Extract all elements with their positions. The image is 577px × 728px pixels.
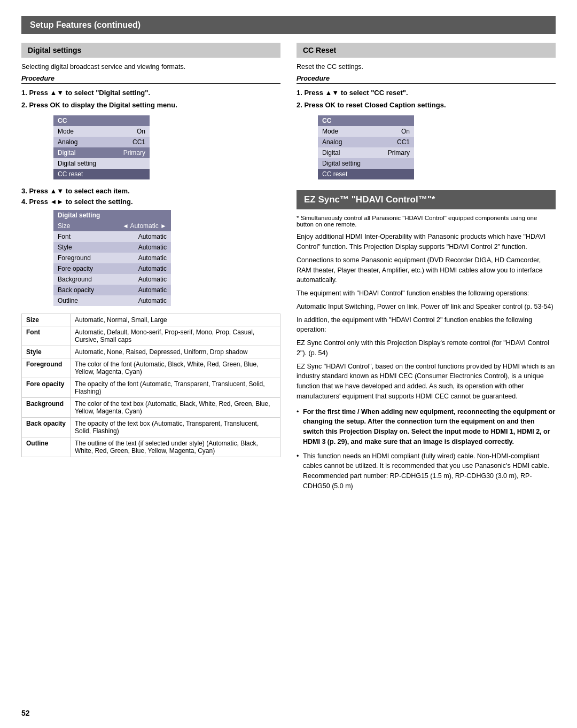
cc-reset-row-digital-setting: Digital setting xyxy=(318,158,414,169)
ds-row-style: Style Automatic xyxy=(53,242,171,253)
digital-step-4: 4. Press ◄► to select the setting. xyxy=(21,198,280,206)
cc-menu-row-digital-setting: Digital setting xyxy=(53,158,150,169)
ds-row-outline: Outline Automatic xyxy=(53,295,171,306)
ds-row-back-opacity: Back opacity Automatic xyxy=(53,285,171,295)
cc-reset-step-2: 2. Press OK to reset Closed Caption sett… xyxy=(297,100,556,110)
procedure-label-cc-reset: Procedure xyxy=(297,75,556,84)
cc-menu-row-digital: Digital Primary xyxy=(53,147,150,158)
cc-reset-row-digital: Digital Primary xyxy=(318,147,414,158)
ez-sync-bullets: For the first time / When adding new equ… xyxy=(297,407,556,491)
setup-header-text: Setup Features (continued) xyxy=(30,20,141,29)
desc-row-background: Background The color of the text box (Au… xyxy=(22,398,280,418)
cc-menu-container: CC Mode On Analog CC1 Digital Primary xyxy=(53,115,280,179)
ez-sync-body-5: In addition, the equipment with "HDAVI C… xyxy=(297,315,556,335)
ez-sync-body-1: Enjoy additional HDMI Inter-Operability … xyxy=(297,232,556,252)
cc-menu-row-analog: Analog CC1 xyxy=(53,137,150,147)
digital-steps: 1. Press ▲▼ to select "Digital setting".… xyxy=(21,88,280,110)
ez-sync-footnote: * Simultaneously control all Panasonic "… xyxy=(297,215,556,228)
cc-reset-row-cc-reset: CC reset xyxy=(318,169,414,179)
ez-sync-body-7: EZ Sync "HDAVI Control", based on the co… xyxy=(297,362,556,402)
cc-menu-header: CC xyxy=(53,115,150,126)
cc-menu-row-mode: Mode On xyxy=(53,126,150,137)
ds-row-size: Size ◄ Automatic ► xyxy=(53,221,171,231)
setup-header: Setup Features (continued) xyxy=(21,16,556,34)
bullet-item-1: For the first time / When adding new equ… xyxy=(297,407,556,447)
bullet-item-2: This function needs an HDMI compliant (f… xyxy=(297,451,556,491)
ds-menu-header: Digital setting xyxy=(53,210,171,221)
ez-sync-header: EZ Sync™ "HDAVI Control™"* xyxy=(297,190,556,209)
ds-row-fore-opacity: Fore opacity Automatic xyxy=(53,263,171,274)
procedure-label-digital: Procedure xyxy=(21,75,280,84)
digital-step-2: 2. Press OK to display the Digital setti… xyxy=(21,100,280,110)
cc-reset-row-analog: Analog CC1 xyxy=(318,137,414,147)
cc-reset-menu-header: CC xyxy=(318,115,414,126)
digital-settings-header: Digital settings xyxy=(21,43,280,58)
left-column: Digital settings Selecting digital broad… xyxy=(21,43,280,496)
desc-row-style: Style Automatic, None, Raised, Depressed… xyxy=(22,346,280,358)
right-column: CC Reset Reset the CC settings. Procedur… xyxy=(297,43,556,496)
cc-reset-step-1: 1. Press ▲▼ to select "CC reset". xyxy=(297,88,556,98)
page: Setup Features (continued) Digital setti… xyxy=(0,0,577,728)
two-column-layout: Digital settings Selecting digital broad… xyxy=(21,43,556,496)
ez-sync-body-2: Connections to some Panasonic equipment … xyxy=(297,255,556,285)
cc-reset-header: CC Reset xyxy=(297,43,556,58)
desc-row-back-opacity: Back opacity The opacity of the text box… xyxy=(22,418,280,437)
cc-menu-row-cc-reset: CC reset xyxy=(53,169,150,179)
ez-sync-body-6: EZ Sync Control only with this Projectio… xyxy=(297,338,556,358)
ds-row-font: Font Automatic xyxy=(53,231,171,242)
cc-reset-steps: 1. Press ▲▼ to select "CC reset". 2. Pre… xyxy=(297,88,556,110)
desc-row-outline: Outline The outline of the text (if sele… xyxy=(22,437,280,457)
page-number: 52 xyxy=(21,709,30,717)
digital-step-3: 3. Press ▲▼ to select each item. xyxy=(21,187,280,195)
digital-step-1: 1. Press ▲▼ to select "Digital setting". xyxy=(21,88,280,98)
desc-row-font: Font Automatic, Default, Mono-serif, Pro… xyxy=(22,326,280,346)
description-table: Size Automatic, Normal, Small, Large Fon… xyxy=(21,314,280,457)
desc-row-size: Size Automatic, Normal, Small, Large xyxy=(22,314,280,326)
ds-row-foreground: Foreground Automatic xyxy=(53,253,171,263)
digital-setting-menu-table: Digital setting Size ◄ Automatic ► Font … xyxy=(53,210,171,306)
desc-row-foreground: Foreground The color of the font (Automa… xyxy=(22,358,280,378)
cc-reset-desc: Reset the CC settings. xyxy=(297,63,556,71)
cc-reset-row-mode: Mode On xyxy=(318,126,414,137)
cc-reset-menu-table: CC Mode On Analog CC1 Digital Primary xyxy=(318,115,414,179)
digital-sub-steps: 3. Press ▲▼ to select each item. 4. Pres… xyxy=(21,187,280,206)
cc-reset-menu-container: CC Mode On Analog CC1 Digital Primary xyxy=(318,115,556,179)
desc-row-fore-opacity: Fore opacity The opacity of the font (Au… xyxy=(22,378,280,398)
ez-sync-body-4: Automatic Input Switching, Power on link… xyxy=(297,302,556,312)
ez-sync-body-3: The equipment with "HDAVI Control" funct… xyxy=(297,288,556,299)
ds-row-background: Background Automatic xyxy=(53,274,171,285)
digital-settings-desc: Selecting digital broadcast service and … xyxy=(21,63,280,71)
digital-setting-menu-container: Digital setting Size ◄ Automatic ► Font … xyxy=(53,210,280,306)
cc-menu-table: CC Mode On Analog CC1 Digital Primary xyxy=(53,115,150,179)
